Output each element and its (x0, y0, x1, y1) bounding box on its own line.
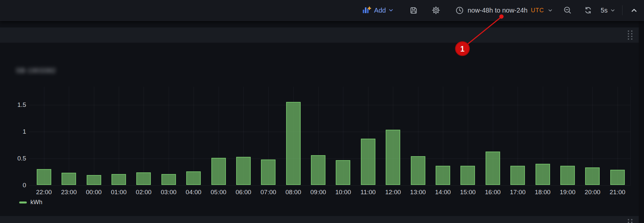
chevron-down-icon (388, 7, 394, 13)
bar-chart-plus-icon (362, 5, 371, 15)
gridline-vertical (630, 87, 631, 185)
scroll-gutter (639, 21, 644, 223)
y-axis-tick-label: 1.5 (0, 101, 26, 109)
bar-23:00[interactable] (62, 173, 76, 185)
gridline-vertical (193, 87, 194, 185)
grafana-dashboard: Add (0, 0, 644, 223)
refresh-interval-label: 5s (601, 7, 608, 14)
chevron-down-icon (547, 8, 553, 13)
legend-series-label: kWh (30, 199, 42, 206)
refresh-interval-picker[interactable]: 5s (601, 7, 616, 14)
bar-00:00[interactable] (87, 175, 101, 185)
legend-series-swatch (19, 201, 27, 203)
bar-07:00[interactable] (261, 159, 276, 185)
y-axis-tick-label: 0 (0, 182, 26, 189)
bar-16:00[interactable] (486, 152, 500, 185)
bar-10:00[interactable] (336, 160, 350, 185)
bar-20:00[interactable] (585, 167, 600, 185)
bar-18:00[interactable] (536, 164, 550, 185)
refresh-icon (583, 6, 593, 15)
add-button[interactable]: Add (362, 5, 394, 15)
dashboard-toolbar: Add (0, 0, 644, 21)
save-icon (409, 6, 418, 15)
gridline-vertical (144, 87, 144, 185)
bar-09:00[interactable] (311, 155, 325, 185)
gear-icon (431, 6, 441, 15)
bar-04:00[interactable] (186, 171, 201, 185)
bar-19:00[interactable] (560, 166, 575, 185)
bar-21:00[interactable] (610, 170, 625, 185)
add-button-label: Add (374, 7, 386, 14)
panel-drag-handle[interactable] (628, 219, 632, 223)
bar-06:00[interactable] (236, 157, 251, 185)
bar-11:00[interactable] (361, 139, 375, 185)
gridline-vertical (169, 87, 169, 185)
bar-01:00[interactable] (111, 174, 126, 185)
toolbar-actions: Add (362, 0, 638, 21)
bar-13:00[interactable] (411, 156, 425, 185)
bar-chart: 00.511.522:0023:0000:0001:0002:0003:0004… (0, 0, 644, 223)
toolbar-divider (622, 5, 623, 15)
bar-14:00[interactable] (436, 166, 450, 185)
gridline-horizontal (29, 158, 630, 159)
bar-12:00[interactable] (386, 130, 400, 185)
bar-08:00[interactable] (286, 102, 301, 185)
x-axis-tick-label: 21:00 (603, 189, 632, 196)
chart-legend[interactable]: kWh (19, 199, 42, 206)
time-range-picker[interactable]: now-48h to now-24h UTC (455, 6, 553, 15)
y-axis-tick-label: 0.5 (0, 155, 26, 162)
zoom-out-icon (563, 6, 572, 15)
chevron-down-icon (610, 8, 616, 13)
gridline-horizontal (29, 105, 630, 105)
bar-05:00[interactable] (211, 158, 226, 185)
save-dashboard-button[interactable] (409, 6, 418, 15)
refresh-button[interactable] (583, 6, 593, 15)
gridline-vertical (69, 87, 69, 185)
clock-icon (455, 6, 464, 15)
gridline-horizontal (29, 132, 630, 132)
y-axis-tick-label: 1 (0, 128, 26, 135)
bar-02:00[interactable] (136, 172, 151, 185)
time-range-zoom-out-button[interactable] (563, 6, 572, 15)
collapse-toolbar-button[interactable] (630, 6, 638, 15)
bar-03:00[interactable] (161, 174, 176, 185)
gridline-vertical (94, 87, 94, 185)
bar-17:00[interactable] (510, 166, 525, 185)
bar-15:00[interactable] (460, 166, 475, 185)
time-range-label: now-48h to now-24h (468, 7, 528, 14)
dashboard-settings-button[interactable] (431, 6, 441, 15)
panel-partial-bottom (0, 216, 639, 223)
bar-22:00[interactable] (37, 169, 51, 185)
caret-up-icon (630, 6, 638, 15)
timezone-label: UTC (531, 7, 544, 14)
gridline-horizontal (29, 185, 630, 186)
gridline-vertical (119, 87, 119, 185)
